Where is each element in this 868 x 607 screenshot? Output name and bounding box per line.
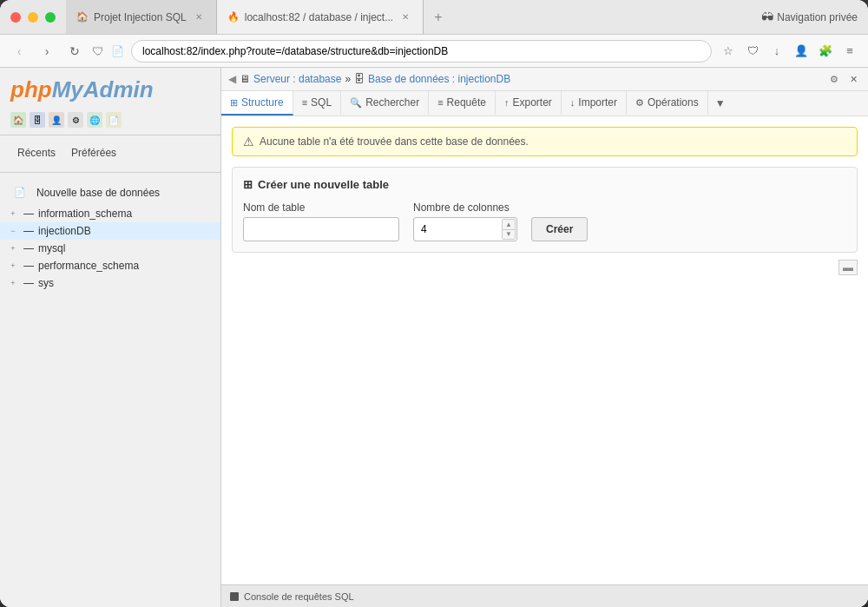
- tab1-close[interactable]: ✕: [192, 10, 206, 24]
- user-icon[interactable]: 👤: [49, 112, 64, 128]
- phpmyadmin-logo: phpMyAdmin: [0, 68, 220, 109]
- account-icon[interactable]: 👤: [792, 42, 811, 61]
- db-item-information_schema[interactable]: + — information_schema: [0, 205, 220, 222]
- breadcrumb-db[interactable]: Base de données : injectionDB: [368, 73, 510, 85]
- spinner-buttons: ▲ ▼: [502, 219, 516, 240]
- table-name-group: Nom de table: [243, 201, 399, 241]
- forward-button[interactable]: ›: [36, 41, 57, 62]
- db-label-information_schema: information_schema: [38, 208, 132, 220]
- spinner-down[interactable]: ▼: [502, 229, 516, 240]
- db-item-performance_schema[interactable]: + — performance_schema: [0, 257, 220, 274]
- db-item-injectionDB[interactable]: − — injectionDB: [0, 222, 220, 240]
- close-button[interactable]: [10, 12, 21, 23]
- console-icon: [230, 592, 239, 601]
- db-label-sys: sys: [38, 277, 54, 289]
- table-name-input[interactable]: [243, 217, 399, 241]
- maximize-button[interactable]: [45, 12, 56, 23]
- tab-export[interactable]: ↑ Exporter: [496, 91, 562, 115]
- warning-icon: ⚠: [243, 135, 254, 148]
- new-database-item[interactable]: 📄 Nouvelle base de données: [0, 180, 220, 205]
- tab-sql[interactable]: ≡ SQL: [293, 91, 341, 115]
- expand-icon-mysql: +: [7, 242, 19, 254]
- expand-icon-injectionDB: −: [7, 225, 19, 237]
- tab-operations[interactable]: ⚙ Opérations: [627, 91, 708, 115]
- alert-no-tables: ⚠ Aucune table n'a été trouvée dans cett…: [232, 127, 858, 156]
- private-icon: 🕶: [761, 10, 773, 24]
- lock-icon: 📄: [111, 45, 124, 57]
- download-icon[interactable]: ↓: [767, 42, 786, 61]
- main-area: ◀ 🖥 Serveur : database » 🗄 Base de donné…: [221, 68, 868, 607]
- db-item-sys[interactable]: + — sys: [0, 274, 220, 292]
- close-top-icon[interactable]: ✕: [845, 71, 861, 87]
- back-button[interactable]: ‹: [9, 41, 30, 62]
- more-tabs-button[interactable]: ▼: [708, 91, 733, 115]
- breadcrumb-sep: »: [345, 73, 351, 85]
- breadcrumb-db-icon: 🗄: [354, 73, 365, 85]
- sidebar-tab-favorites[interactable]: Préférées: [64, 144, 123, 163]
- create-table-title: ⊞ Créer une nouvelle table: [243, 178, 846, 191]
- home-icon[interactable]: 🏠: [10, 112, 26, 128]
- db-item-mysql[interactable]: + — mysql: [0, 240, 220, 257]
- bookmark-icon[interactable]: ☆: [719, 42, 738, 61]
- address-input[interactable]: [131, 40, 712, 63]
- menu-icon[interactable]: ≡: [840, 42, 859, 61]
- database-list: 📄 Nouvelle base de données + — informati…: [0, 176, 220, 295]
- settings-icon[interactable]: ⚙: [68, 112, 83, 128]
- settings-top-icon[interactable]: ⚙: [826, 71, 842, 87]
- title-bar: 🏠 Projet Injection SQL ✕ 🔥 localhost:82 …: [0, 0, 868, 35]
- tab2-title: localhost:82 / database / inject...: [245, 11, 393, 23]
- status-bar: Console de requêtes SQL: [221, 584, 868, 607]
- reload-button[interactable]: ↻: [64, 41, 85, 62]
- structure-tab-icon: ⊞: [230, 97, 238, 109]
- db-icon-injectionDB: —: [23, 225, 35, 237]
- private-label: Navigation privée: [777, 11, 858, 23]
- globe-icon[interactable]: 🌐: [87, 112, 102, 128]
- app-body: phpMyAdmin 🏠 🗄 👤 ⚙ 🌐 📄 Récents Préférées: [0, 68, 868, 607]
- expand-icon-information_schema: +: [7, 208, 19, 220]
- sidebar: phpMyAdmin 🏠 🗄 👤 ⚙ 🌐 📄 Récents Préférées: [0, 68, 221, 607]
- tab2-icon: 🔥: [227, 11, 240, 23]
- expand-icon-sys: +: [7, 277, 19, 289]
- shield2-icon[interactable]: 🛡: [743, 42, 762, 61]
- pma-toolbar-icons: 🏠 🗄 👤 ⚙ 🌐 📄: [0, 109, 220, 131]
- new-tab-button[interactable]: +: [424, 0, 452, 34]
- create-table-section: ⊞ Créer une nouvelle table Nom de table …: [232, 167, 858, 253]
- traffic-lights: [0, 0, 66, 34]
- db-icon-performance_schema: —: [23, 260, 35, 272]
- cols-number-spinner: ▲ ▼: [413, 217, 517, 241]
- title-bar-right: 🕶 Navigation privée: [751, 0, 868, 34]
- address-bar: ‹ › ↻ 🛡 📄 ☆ 🛡 ↓ 👤 🧩 ≡: [0, 35, 868, 68]
- db-label-performance_schema: performance_schema: [38, 260, 139, 272]
- cols-number-group: Nombre de colonnes ▲ ▼: [413, 201, 517, 241]
- expand-icon-performance_schema: +: [7, 260, 19, 272]
- tab-search[interactable]: 🔍 Rechercher: [341, 91, 429, 115]
- tab2-close[interactable]: ✕: [398, 10, 412, 24]
- tab1-title: Projet Injection SQL: [94, 11, 187, 23]
- tab-query[interactable]: ≡ Requête: [429, 91, 496, 115]
- new-db-label: Nouvelle base de données: [36, 187, 160, 199]
- top-bar-icons: ⚙ ✕: [826, 71, 861, 87]
- minimize-button[interactable]: [28, 12, 38, 23]
- sidebar-tab-recent[interactable]: Récents: [10, 144, 62, 163]
- db-icon[interactable]: 🗄: [30, 112, 45, 128]
- browser-tab-1[interactable]: 🏠 Projet Injection SQL ✕: [66, 0, 217, 34]
- private-mode-indicator: 🕶 Navigation privée: [761, 10, 858, 24]
- browser-tab-2[interactable]: 🔥 localhost:82 / database / inject... ✕: [217, 0, 424, 34]
- tab-structure[interactable]: ⊞ Structure: [221, 91, 293, 115]
- create-table-button[interactable]: Créer: [531, 217, 588, 241]
- cols-number-label: Nombre de colonnes: [413, 201, 517, 214]
- tab1-icon: 🏠: [76, 11, 89, 23]
- docs-icon[interactable]: 📄: [106, 112, 122, 128]
- breadcrumb-arrow-left[interactable]: ◀: [228, 73, 236, 85]
- sidebar-divider-2: [0, 172, 220, 173]
- logo-php: php: [10, 76, 52, 102]
- db-icon-information_schema: —: [23, 208, 35, 220]
- top-bar: ◀ 🖥 Serveur : database » 🗄 Base de donné…: [221, 68, 868, 91]
- breadcrumb-server[interactable]: Serveur : database: [253, 73, 341, 85]
- tab-import[interactable]: ↓ Importer: [562, 91, 627, 115]
- browser-window: 🏠 Projet Injection SQL ✕ 🔥 localhost:82 …: [0, 0, 868, 607]
- sidebar-divider-1: [0, 135, 220, 135]
- extensions-icon[interactable]: 🧩: [816, 42, 835, 61]
- collapse-icon[interactable]: ▬: [838, 260, 858, 275]
- spinner-up[interactable]: ▲: [502, 219, 516, 229]
